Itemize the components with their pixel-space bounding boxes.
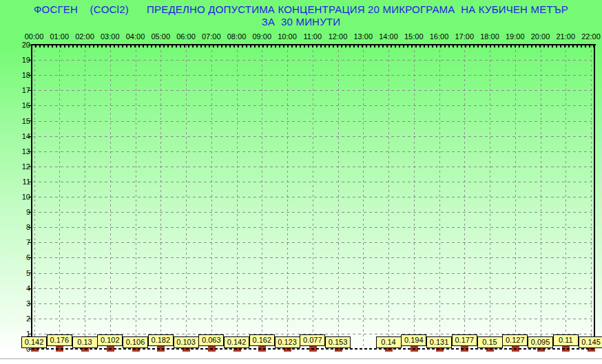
bottom-separator-line <box>0 358 602 359</box>
value-box: 0.176 <box>47 334 72 346</box>
value-box: 0.11 <box>553 334 579 346</box>
horizontal-gridline <box>33 151 594 152</box>
top-axis-minor-ticks <box>31 45 596 47</box>
x-axis-label: 20:00 <box>527 32 554 41</box>
value-box: 0.102 <box>97 334 123 346</box>
horizontal-gridline <box>33 197 594 197</box>
value-box: 0.177 <box>452 334 477 346</box>
horizontal-gridline <box>33 90 594 91</box>
chart-title-line1: ФОСГЕН (COCl2) ПРЕДЕЛНО ДОПУСТИМА КОНЦЕН… <box>0 3 602 15</box>
horizontal-gridline <box>33 273 594 274</box>
horizontal-gridline <box>33 212 594 213</box>
value-box: 0.106 <box>123 336 148 348</box>
value-box: 0.15 <box>477 336 503 348</box>
x-axis-label: 19:00 <box>501 32 529 41</box>
value-box: 0.077 <box>300 334 325 346</box>
value-box: 0.142 <box>224 336 249 348</box>
y-axis-ticks <box>28 45 31 350</box>
value-box: 0.162 <box>249 334 275 346</box>
x-axis-label: 15:00 <box>400 32 428 41</box>
x-axis-label: 01:00 <box>45 32 73 41</box>
plot-right-border <box>594 44 595 350</box>
x-axis-label: 14:00 <box>375 32 402 41</box>
value-box: 0.095 <box>528 336 553 348</box>
horizontal-gridline <box>33 105 594 106</box>
horizontal-gridline <box>33 227 594 228</box>
value-box: 0.153 <box>325 336 351 348</box>
zero-baseline <box>32 348 595 350</box>
x-axis-label: 13:00 <box>349 32 377 41</box>
x-axis-label: 07:00 <box>198 32 225 41</box>
value-box: 0.194 <box>401 334 426 346</box>
horizontal-gridline <box>33 121 594 122</box>
horizontal-gridline <box>33 242 594 243</box>
monitoring-window: { "window": { "title_line1": "ФОСГЕН (CO… <box>0 0 602 364</box>
x-axis-label: 16:00 <box>426 32 453 41</box>
x-axis-label: 04:00 <box>122 32 149 41</box>
value-box: 0.103 <box>174 336 199 348</box>
value-box: 0.131 <box>426 336 452 348</box>
chart-title-line2: ЗА 30 МИНУТИ <box>0 16 602 28</box>
x-axis-label: 06:00 <box>172 32 200 41</box>
horizontal-gridline <box>33 136 594 137</box>
horizontal-gridline <box>33 75 594 76</box>
x-axis-label: 21:00 <box>552 32 579 41</box>
value-box: 0.063 <box>198 334 224 346</box>
horizontal-gridline <box>33 303 594 304</box>
value-box: 0.127 <box>502 334 528 346</box>
value-box: 0.145 <box>579 336 602 348</box>
x-axis-label: 05:00 <box>147 32 174 41</box>
x-axis-label: 22:00 <box>577 32 602 41</box>
x-axis-label: 08:00 <box>223 32 251 41</box>
horizontal-gridline <box>33 167 594 167</box>
x-axis-label: 18:00 <box>476 32 504 41</box>
horizontal-gridline <box>33 182 594 182</box>
horizontal-gridline <box>33 257 594 258</box>
value-box: 0.142 <box>21 336 47 348</box>
x-axis-label: 10:00 <box>273 32 301 41</box>
value-box: 0.182 <box>148 334 174 346</box>
x-axis-label: 12:00 <box>324 32 352 41</box>
value-box: 0.123 <box>275 336 300 348</box>
y-axis-line <box>31 44 32 350</box>
x-axis-label: 02:00 <box>71 32 98 41</box>
horizontal-gridline <box>33 319 594 319</box>
x-axis-label: 03:00 <box>96 32 124 41</box>
x-axis-label: 17:00 <box>450 32 478 41</box>
x-axis-label: 11:00 <box>299 32 326 41</box>
x-axis-label: 09:00 <box>248 32 276 41</box>
value-box: 0.14 <box>376 336 402 348</box>
horizontal-gridline <box>33 288 594 289</box>
horizontal-gridline <box>33 60 594 61</box>
value-box: 0.13 <box>72 336 98 348</box>
